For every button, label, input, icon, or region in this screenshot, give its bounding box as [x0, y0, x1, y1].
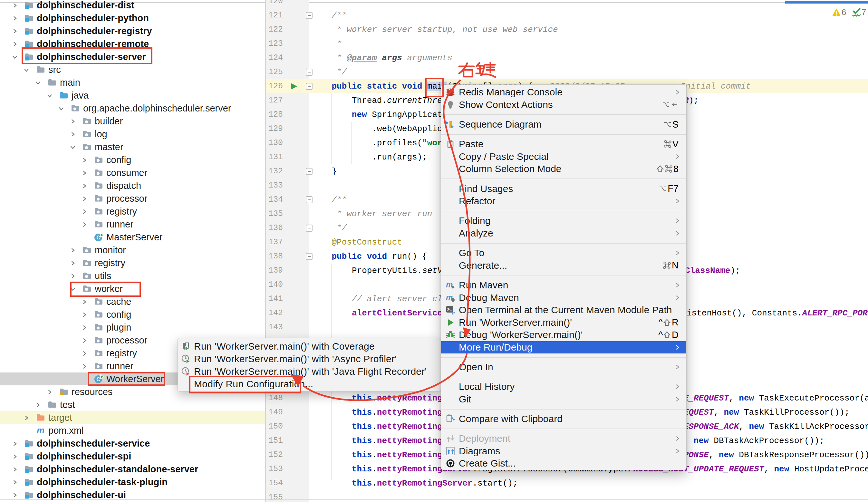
- svg-text:m: m: [446, 280, 453, 289]
- svg-text:C: C: [96, 235, 100, 240]
- svg-text:m: m: [452, 310, 455, 315]
- svg-text:m: m: [37, 426, 44, 435]
